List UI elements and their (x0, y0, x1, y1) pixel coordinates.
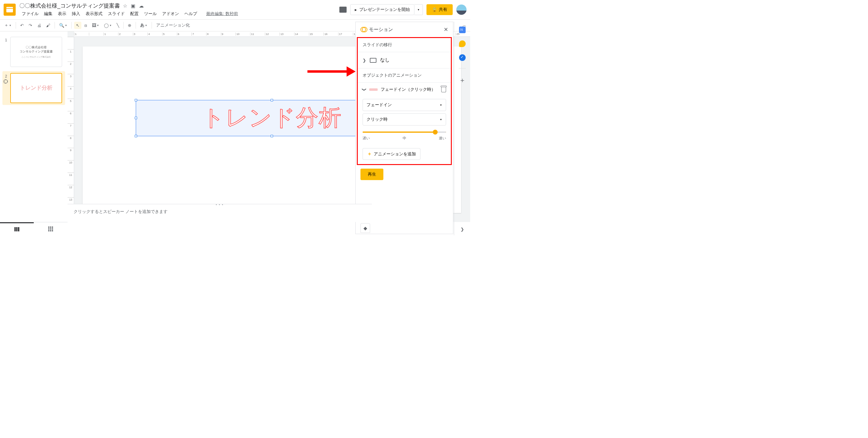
resize-handle-bl[interactable] (135, 135, 137, 137)
thumb2-text: トレンド分析 (20, 84, 53, 92)
addons-plus-icon[interactable]: ＋ (459, 76, 466, 85)
vertical-ruler[interactable]: 1234567891011121314 (67, 37, 74, 222)
redo-button[interactable]: ↷ (27, 22, 34, 29)
grid-icon (48, 227, 53, 231)
thumb1-footer: △△コンサルティング株式会社 (22, 56, 51, 59)
menu-addons[interactable]: アドオン (160, 10, 181, 17)
side-panel: ＋ ❯ (454, 22, 470, 235)
last-edit-link[interactable]: 最終編集: 数秒前 (204, 10, 241, 17)
filmstrip-icon (14, 227, 19, 231)
undo-button[interactable]: ↶ (19, 22, 26, 29)
slide-number: 1 (4, 37, 8, 42)
doc-title[interactable]: 〇〇株式会社様_コンサルティング提案書 (19, 2, 120, 9)
has-animation-icon (4, 80, 8, 83)
motion-panel: モーション ✕ スライドの移行 ❯ なし オブジェクトのアニメーション ❯ フェ… (355, 22, 453, 234)
explore-button[interactable]: ◆ (361, 223, 370, 233)
chevron-right-icon: ❯ (363, 58, 366, 63)
close-icon[interactable]: ✕ (444, 26, 448, 33)
menu-insert[interactable]: 挿入 (69, 10, 83, 17)
filmstrip-view-button[interactable] (0, 222, 34, 235)
animation-color-chip (369, 88, 378, 91)
thumb1-title: 〇〇株式会社様 (26, 45, 47, 50)
menu-tools[interactable]: ツール (142, 10, 159, 17)
speaker-notes-placeholder: クリックするとスピーカー ノートを追加できます (73, 209, 167, 214)
menu-format[interactable]: 表示形式 (83, 10, 105, 17)
slide-text-content: トレンド分析 (202, 103, 342, 133)
animation-type-select[interactable]: フェードイン ▼ (363, 99, 446, 111)
star-icon[interactable]: ☆ (123, 3, 127, 9)
filmstrip-panel: 1 〇〇株式会社様 コンサルティング提案書 △△コンサルティング株式会社 2 ト… (0, 31, 67, 222)
drag-handle-icon[interactable]: • • • (216, 203, 224, 206)
transition-value: なし (380, 57, 390, 63)
resize-handle-tl[interactable] (135, 99, 137, 101)
present-button[interactable]: ▸ プレゼンテーションを開始 (350, 4, 414, 15)
view-switcher (0, 222, 67, 235)
keep-icon[interactable] (459, 40, 466, 47)
comments-icon[interactable] (339, 7, 347, 13)
trash-icon[interactable] (441, 87, 446, 92)
resize-handle-tm[interactable] (271, 99, 273, 101)
ime-button[interactable]: あ▼ (138, 22, 149, 29)
annotation-arrow (307, 68, 355, 75)
textbox-tool[interactable]: ⧈ (83, 22, 89, 29)
menu-view[interactable]: 表示 (56, 10, 69, 17)
move-folder-icon[interactable]: ▣ (131, 3, 135, 9)
menu-slide[interactable]: スライド (105, 10, 127, 17)
animation-type-value: フェードイン (367, 102, 392, 108)
share-button-label: 共有 (439, 7, 447, 12)
menu-file[interactable]: ファイル (19, 10, 41, 17)
slide-thumbnail-card: トレンド分析 (10, 73, 62, 103)
animation-trigger-select[interactable]: クリック時 ▼ (363, 113, 446, 125)
transition-section-title: スライドの移行 (358, 38, 451, 52)
resize-handle-ml[interactable] (135, 117, 137, 119)
present-dropdown[interactable]: ▼ (414, 4, 423, 15)
dropdown-caret-icon: ▼ (440, 118, 442, 121)
slide-thumbnail-2[interactable]: 2 トレンド分析 (2, 71, 65, 105)
plus-icon: ＋ (367, 151, 372, 157)
speed-labels: 遅い 中 速い (358, 135, 451, 145)
dropdown-caret-icon: ▼ (440, 104, 442, 107)
play-button[interactable]: 再生 (361, 169, 383, 180)
collapse-sidepanel-icon[interactable]: ❯ (461, 227, 464, 232)
motion-icon (361, 27, 366, 32)
animation-trigger-value: クリック時 (367, 117, 388, 122)
slides-logo[interactable] (4, 4, 16, 16)
header-actions: ▸ プレゼンテーションを開始 ▼ 🔒 共有 (339, 4, 467, 15)
print-button[interactable]: 🖨 (35, 22, 43, 29)
paint-format-button[interactable]: 🖌 (44, 22, 52, 29)
select-tool[interactable]: ↖ (74, 22, 82, 29)
comment-tool[interactable]: ⊕ (126, 22, 133, 29)
slide-icon (370, 58, 376, 63)
play-button-label: 再生 (368, 172, 376, 176)
animation-entry-row[interactable]: ❯ フェードイン（クリック時） (358, 83, 451, 96)
object-anim-section-title: オブジェクトのアニメーション (358, 68, 451, 83)
speaker-notes[interactable]: • • • クリックするとスピーカー ノートを追加できます (67, 204, 372, 222)
speed-mid-label: 中 (403, 136, 406, 141)
transition-row[interactable]: ❯ なし (358, 52, 451, 68)
zoom-button[interactable]: 🔍▼ (57, 22, 69, 29)
calendar-icon[interactable] (459, 27, 466, 33)
motion-panel-header: モーション ✕ (355, 22, 453, 37)
menu-help[interactable]: ヘルプ (182, 10, 199, 17)
lock-icon: 🔒 (432, 7, 437, 12)
motion-panel-body: スライドの移行 ❯ なし オブジェクトのアニメーション ❯ フェードイン（クリッ… (357, 37, 452, 165)
slide-thumbnail-1[interactable]: 1 〇〇株式会社様 コンサルティング提案書 △△コンサルティング株式会社 (2, 35, 65, 69)
doc-title-area: 〇〇株式会社様_コンサルティング提案書 ☆ ▣ ☁ ファイル 編集 表示 挿入 … (19, 2, 339, 17)
line-tool[interactable]: ╲ (115, 22, 121, 29)
cloud-status-icon[interactable]: ☁ (139, 3, 144, 9)
new-slide-button[interactable]: ＋▼ (2, 22, 13, 29)
share-button[interactable]: 🔒 共有 (427, 4, 453, 15)
menu-edit[interactable]: 編集 (41, 10, 55, 17)
add-animation-button[interactable]: ＋ アニメーションを追加 (363, 148, 421, 160)
animate-button[interactable]: アニメーション化 (154, 22, 192, 29)
grid-view-button[interactable] (34, 222, 67, 235)
resize-handle-bm[interactable] (271, 135, 273, 137)
speed-slider[interactable] (363, 132, 446, 133)
shape-tool[interactable]: ◯▼ (102, 22, 114, 29)
menu-arrange[interactable]: 配置 (128, 10, 141, 17)
account-avatar[interactable] (456, 4, 467, 15)
slide-thumbnail-card: 〇〇株式会社様 コンサルティング提案書 △△コンサルティング株式会社 (10, 37, 62, 67)
slide-number: 2 (5, 74, 7, 79)
image-tool[interactable]: 🖼▼ (90, 22, 101, 29)
tasks-icon[interactable] (459, 54, 466, 61)
